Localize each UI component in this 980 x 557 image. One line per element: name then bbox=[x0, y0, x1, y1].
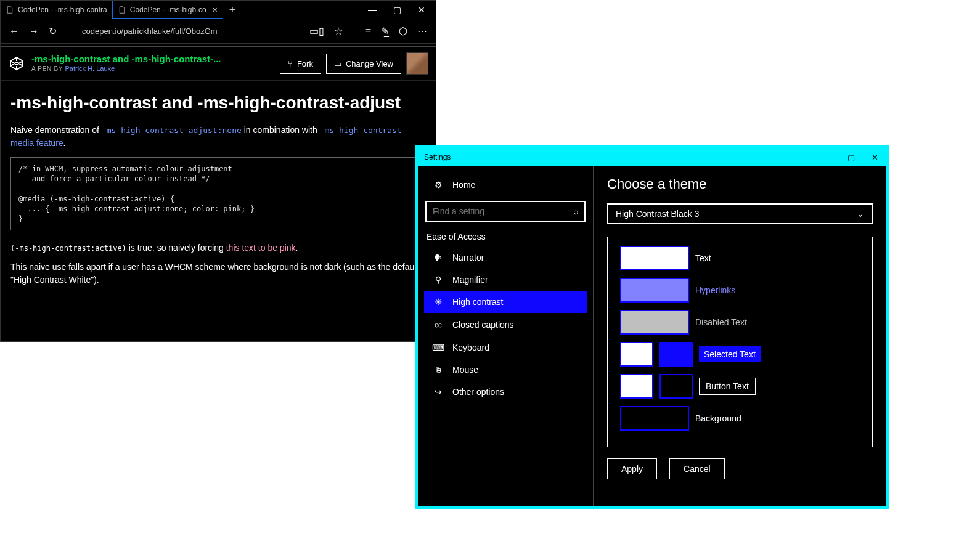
gear-icon: ⚙ bbox=[433, 180, 444, 190]
text: . bbox=[63, 138, 66, 148]
sidebar-item-other-options[interactable]: ↪ Other options bbox=[424, 381, 587, 403]
codepen-actions: ⑂ Fork ▭ Change View bbox=[280, 52, 428, 75]
settings-action-buttons: Apply Cancel bbox=[607, 458, 873, 479]
change-view-button[interactable]: ▭ Change View bbox=[326, 54, 401, 74]
swatch-background[interactable] bbox=[620, 406, 689, 431]
color-row-button: Button Text bbox=[620, 374, 860, 399]
tab-label: CodePen - -ms-high-co bbox=[130, 6, 206, 14]
text: is true, so naively forcing bbox=[126, 243, 226, 253]
sidebar-item-keyboard[interactable]: ⌨ Keyboard bbox=[424, 336, 587, 359]
notes-icon[interactable]: ✎̲ bbox=[381, 25, 389, 37]
fork-icon: ⑂ bbox=[288, 59, 293, 68]
swatch-selected-fg[interactable] bbox=[620, 342, 653, 367]
sidebar-label: Keyboard bbox=[452, 343, 489, 352]
settings-main: Choose a theme High Contrast Black 3 ⌄ T… bbox=[594, 166, 886, 506]
url-text[interactable]: codepen.io/patrickhlauke/full/ObozGm bbox=[82, 26, 218, 36]
narrator-icon: 🗣 bbox=[433, 253, 444, 262]
browser-tab-inactive[interactable]: CodePen - -ms-high-contra bbox=[1, 1, 112, 19]
sidebar-item-mouse[interactable]: 🖱 Mouse bbox=[424, 359, 587, 381]
swatch-button-fg[interactable] bbox=[620, 374, 653, 399]
swatch-selected-bg[interactable] bbox=[659, 342, 693, 367]
color-row-hyperlinks: Hyperlinks bbox=[620, 278, 860, 303]
pen-byline: A PEN BY Patrick H. Lauke bbox=[31, 65, 221, 73]
maximize-button[interactable]: ▢ bbox=[846, 153, 857, 162]
swatch-button-bg[interactable] bbox=[659, 374, 693, 399]
page-icon bbox=[118, 6, 126, 14]
new-tab-button[interactable]: + bbox=[223, 4, 242, 17]
cancel-button[interactable]: Cancel bbox=[669, 458, 725, 479]
text: in combination with bbox=[242, 125, 320, 135]
share-icon[interactable]: ⬡ bbox=[399, 25, 407, 37]
apply-button[interactable]: Apply bbox=[607, 458, 657, 479]
divider bbox=[68, 25, 68, 38]
refresh-button[interactable]: ↻ bbox=[49, 25, 57, 37]
edge-browser-window: CodePen - -ms-high-contra CodePen - -ms-… bbox=[0, 0, 436, 342]
maximize-button[interactable]: ▢ bbox=[391, 5, 402, 15]
divider bbox=[354, 25, 354, 38]
color-label: Selected Text bbox=[699, 346, 761, 362]
search-input[interactable] bbox=[433, 206, 573, 216]
magnifier-icon: ⚲ bbox=[433, 275, 444, 285]
caveat-paragraph: This naive use falls apart if a user has… bbox=[10, 261, 426, 287]
sidebar-item-home[interactable]: ⚙ Home bbox=[424, 174, 587, 196]
sidebar-label: Narrator bbox=[452, 253, 484, 262]
window-controls: — ▢ ✕ bbox=[822, 153, 880, 162]
result-paragraph: (-ms-high-contrast:active) is true, so n… bbox=[10, 242, 426, 254]
byline-prefix: A PEN BY bbox=[31, 65, 65, 72]
color-label: Background bbox=[695, 413, 741, 423]
tab-label: CodePen - -ms-high-contra bbox=[18, 6, 107, 14]
sidebar-item-narrator[interactable]: 🗣 Narrator bbox=[424, 246, 587, 269]
sidebar-item-closed-captions[interactable]: ㏄ Closed captions bbox=[424, 313, 587, 336]
theme-dropdown[interactable]: High Contrast Black 3 ⌄ bbox=[607, 203, 873, 224]
keyboard-icon: ⌨ bbox=[433, 343, 444, 352]
code-block: /* in WHCM, suppress automatic colour ad… bbox=[10, 157, 426, 230]
pen-title[interactable]: -ms-high-contrast and -ms-high-contrast-… bbox=[31, 54, 221, 65]
sidebar-item-magnifier[interactable]: ⚲ Magnifier bbox=[424, 269, 587, 291]
link-high-contrast[interactable]: -ms-high-contrast bbox=[320, 126, 402, 135]
high-contrast-icon: ☀ bbox=[433, 297, 444, 307]
swatch-disabled[interactable] bbox=[620, 310, 689, 335]
change-view-label: Change View bbox=[346, 59, 393, 68]
favorite-icon[interactable]: ☆ bbox=[334, 25, 343, 37]
color-label: Button Text bbox=[699, 378, 756, 395]
pink-text: this text to be pink bbox=[226, 243, 296, 253]
minimize-button[interactable]: — bbox=[822, 153, 833, 162]
back-button[interactable]: ← bbox=[9, 26, 19, 37]
address-bar-actions: ▭▯ ☆ ≡ ✎̲ ⬡ ⋯ bbox=[309, 25, 427, 38]
close-window-button[interactable]: ✕ bbox=[869, 153, 880, 162]
color-label: Disabled Text bbox=[695, 317, 747, 327]
intro-paragraph: Naive demonstration of -ms-high-contrast… bbox=[10, 124, 426, 150]
hub-icon[interactable]: ≡ bbox=[365, 26, 371, 37]
theme-selected-value: High Contrast Black 3 bbox=[616, 209, 699, 219]
sidebar-label: Closed captions bbox=[452, 320, 514, 330]
codepen-logo-icon[interactable] bbox=[8, 55, 25, 72]
fork-button[interactable]: ⑂ Fork bbox=[280, 54, 321, 74]
more-icon[interactable]: ⋯ bbox=[417, 25, 427, 37]
search-icon: ⌕ bbox=[573, 206, 578, 216]
sidebar-label: Mouse bbox=[452, 365, 478, 375]
window-controls: — ▢ ✕ bbox=[367, 5, 436, 15]
chevron-down-icon: ⌄ bbox=[857, 209, 864, 219]
settings-search[interactable]: ⌕ bbox=[425, 201, 586, 222]
color-row-selected: Selected Text bbox=[620, 342, 860, 367]
link-media-feature[interactable]: media feature bbox=[10, 138, 63, 148]
inline-code: (-ms-high-contrast:active) bbox=[10, 244, 126, 253]
user-avatar[interactable] bbox=[406, 52, 428, 75]
link-adjust-none[interactable]: -ms-high-contrast-adjust:none bbox=[102, 126, 242, 135]
address-bar: ← → ↻ codepen.io/patrickhlauke/full/Oboz… bbox=[1, 19, 436, 44]
sidebar-label: Magnifier bbox=[452, 275, 488, 285]
reading-view-icon[interactable]: ▭▯ bbox=[309, 25, 324, 37]
author-link[interactable]: Patrick H. Lauke bbox=[65, 65, 115, 72]
sidebar-item-high-contrast[interactable]: ☀ High contrast bbox=[424, 291, 587, 313]
color-row-disabled: Disabled Text bbox=[620, 310, 860, 335]
forward-button[interactable]: → bbox=[29, 26, 39, 37]
swatch-hyperlinks[interactable] bbox=[620, 278, 689, 303]
closed-captions-icon: ㏄ bbox=[433, 319, 444, 330]
close-tab-icon[interactable]: × bbox=[213, 5, 218, 15]
browser-tab-active[interactable]: CodePen - -ms-high-co × bbox=[112, 1, 223, 19]
tab-strip: CodePen - -ms-high-contra CodePen - -ms-… bbox=[1, 1, 436, 19]
swatch-text[interactable] bbox=[620, 246, 689, 270]
close-window-button[interactable]: ✕ bbox=[416, 5, 427, 15]
settings-titlebar: Settings — ▢ ✕ bbox=[418, 148, 886, 166]
minimize-button[interactable]: — bbox=[367, 5, 378, 15]
